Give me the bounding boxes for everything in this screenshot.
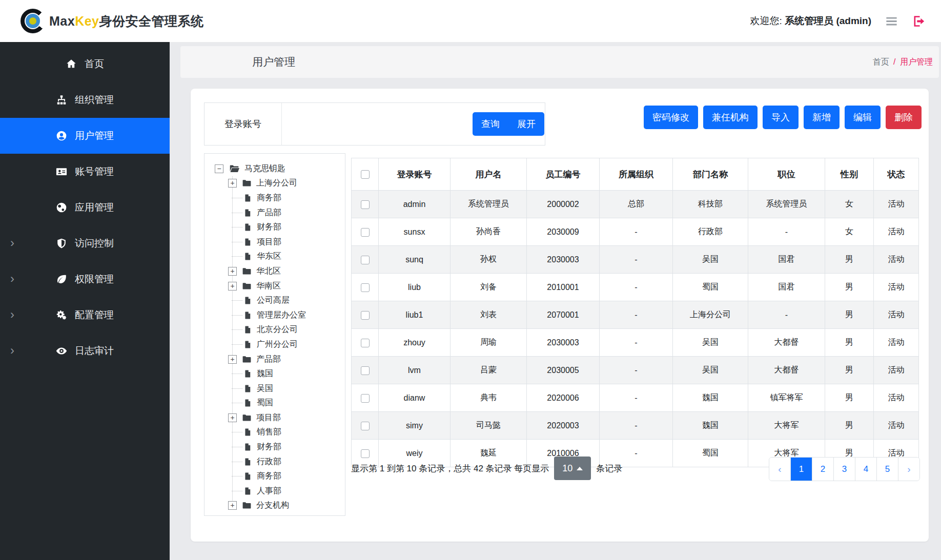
row-checkbox[interactable] [361,366,370,375]
table-row[interactable]: simy司马懿2020003-魏国大将军男活动 [352,412,919,440]
tree-node[interactable]: 销售部 [204,425,345,440]
tree-minus-toggle[interactable]: − [215,164,223,173]
table-row[interactable]: liub1刘表2070001-上海分公司-男活动 [352,301,919,329]
row-checkbox[interactable] [361,256,370,264]
page-number-5[interactable]: 5 [876,458,898,481]
tree-node[interactable]: 产品部 [204,205,345,220]
sidebar-item-label: 用户管理 [75,129,114,142]
table-cell: - [600,246,673,274]
tree-plus-toggle[interactable]: + [228,179,237,188]
table-row[interactable]: zhouy周瑜2030003-吴国大都督男活动 [352,329,919,357]
table-row[interactable]: liub刘备2010001-蜀国国君男活动 [352,274,919,301]
tree-node[interactable]: 商务部 [204,191,345,205]
edit-button[interactable]: 编辑 [845,106,881,129]
page-number-4[interactable]: 4 [855,458,876,481]
folder-icon [242,281,252,291]
row-checkbox[interactable] [361,422,370,430]
tree-node[interactable]: 人事部 [204,484,345,499]
tree-node[interactable]: 吴国 [204,381,345,396]
tree-plus-toggle[interactable]: + [228,267,237,276]
row-select-cell [352,357,379,384]
tree-node[interactable]: +上海分公司 [204,176,345,191]
add-button[interactable]: 新增 [804,106,840,129]
select-all-checkbox[interactable] [361,170,370,179]
delete-button[interactable]: 删除 [886,106,922,129]
page-title-bar: 用户管理 首页 / 用户管理 [180,46,939,78]
table-cell: 蜀国 [673,440,748,467]
row-checkbox[interactable] [361,283,370,292]
login-account-input[interactable] [282,106,473,142]
tree-node[interactable]: −马克思钥匙 [204,161,345,176]
table-cell: lvm [379,357,451,384]
tree-node[interactable]: 魏国 [204,366,345,381]
table-row[interactable]: admin系统管理员2000002总部科技部系统管理员女活动 [352,191,919,218]
table-row[interactable]: lvm吕蒙2030005-吴国大都督男活动 [352,357,919,384]
tree-node[interactable]: 管理层办公室 [204,308,345,323]
tree-plus-toggle[interactable]: + [228,501,237,510]
row-checkbox[interactable] [361,394,370,403]
sidebar-item-user[interactable]: 用户管理 [0,118,170,154]
tree-plus-toggle[interactable]: + [228,282,237,291]
tree-node[interactable]: 公司高层 [204,293,345,308]
page-size-dropdown[interactable]: 10 [554,457,591,480]
row-checkbox[interactable] [361,339,370,347]
table-cell: liub [379,274,451,301]
file-icon [243,252,252,261]
change-password-button[interactable]: 密码修改 [644,106,698,129]
sidebar-item-config[interactable]: ›配置管理 [0,297,170,333]
tree-plus-toggle[interactable]: + [228,355,237,364]
table-cell: 系统管理员 [748,191,825,218]
tree-node[interactable]: 财务部 [204,220,345,235]
sidebar-item-home[interactable]: 首页 [0,46,170,82]
row-select-cell [352,218,379,246]
table-row[interactable]: dianw典韦2020006-魏国镇军将军男活动 [352,384,919,412]
tree-node[interactable]: 行政部 [204,454,345,469]
sidebar-item-perm[interactable]: ›权限管理 [0,261,170,297]
table-cell: zhouy [379,329,451,357]
column-header: 性别 [825,158,874,191]
adjunct-org-button[interactable]: 兼任机构 [703,106,758,129]
row-checkbox[interactable] [361,228,370,237]
tree-node[interactable]: 项目部 [204,235,345,250]
sidebar-item-label: 账号管理 [75,165,114,178]
tree-node[interactable]: 蜀国 [204,396,345,411]
table-row[interactable]: sunq孙权2030003-吴国国君男活动 [352,246,919,274]
tree-plus-toggle[interactable]: + [228,413,237,422]
tree-node[interactable]: +分支机构 [204,499,345,513]
tree-node[interactable]: 北京分公司 [204,323,345,338]
tree-node[interactable]: +华南区 [204,279,345,294]
table-cell: 行政部 [673,218,748,246]
table-cell: - [748,301,825,329]
tree-node[interactable]: 财务部 [204,440,345,454]
page-prev[interactable]: ‹ [769,458,790,481]
row-checkbox[interactable] [361,311,370,320]
breadcrumb-home[interactable]: 首页 [873,57,889,66]
tree-node[interactable]: +产品部 [204,352,345,367]
query-button[interactable]: 查询 [473,112,508,136]
tree-node[interactable]: 商务部 [204,469,345,484]
expand-button[interactable]: 展开 [508,112,544,136]
sidebar-item-audit[interactable]: ›日志审计 [0,333,170,369]
table-cell: 男 [825,301,874,329]
page-number-3[interactable]: 3 [833,458,855,481]
tree-node[interactable]: 华东区 [204,250,345,264]
sidebar-item-account[interactable]: 账号管理 [0,154,170,190]
column-header: 部门名称 [673,158,748,191]
tree-node[interactable]: +华北区 [204,264,345,279]
tree-node[interactable]: 广州分公司 [204,337,345,352]
import-button[interactable]: 导入 [763,106,799,129]
page-next[interactable]: › [898,458,919,481]
tree-node-label: 销售部 [257,427,281,438]
tree-node[interactable]: +项目部 [204,410,345,425]
table-row[interactable]: sunsx孙尚香2030009-行政部-女活动 [352,218,919,246]
menu-toggle-icon[interactable] [885,14,898,28]
tree-node-label: 公司高层 [257,295,290,306]
sidebar-item-access[interactable]: ›访问控制 [0,225,170,261]
sidebar-item-app[interactable]: 应用管理 [0,190,170,225]
sidebar-item-org[interactable]: 组织管理 [0,82,170,118]
row-checkbox[interactable] [361,200,370,209]
page-number-2[interactable]: 2 [812,458,833,481]
app-logo: MaxKey身份安全管理系统 [21,9,204,33]
page-number-1[interactable]: 1 [790,458,812,481]
logout-icon[interactable] [912,14,926,28]
